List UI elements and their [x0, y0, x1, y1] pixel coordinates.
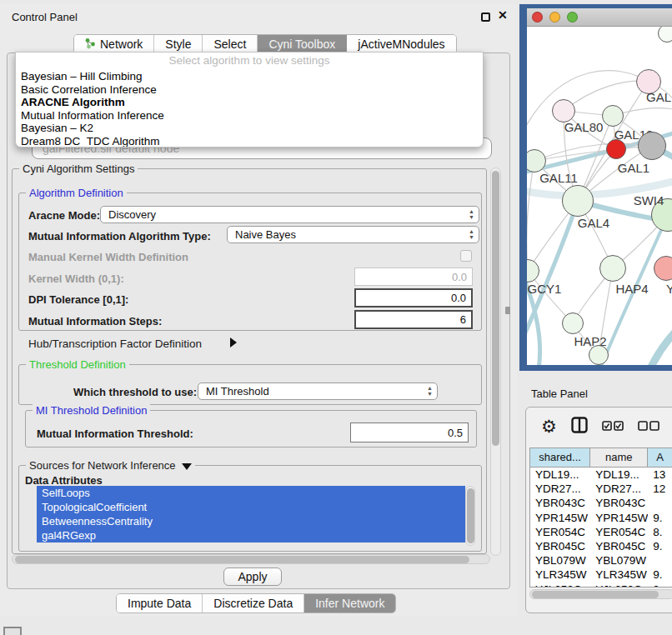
- manual-kernel-label: Manual Kernel Width Definition: [28, 251, 188, 263]
- node-unlabeled[interactable]: [658, 27, 672, 42]
- node-gal10[interactable]: [602, 105, 624, 127]
- table-cell: [648, 496, 672, 510]
- node-y[interactable]: [654, 256, 672, 281]
- gear-icon[interactable]: ⚙: [541, 418, 557, 435]
- kernel-width-label: Kernel Width (0,1):: [28, 272, 124, 285]
- expand-right-icon[interactable]: [230, 338, 237, 348]
- network-window-titlebar[interactable]: [527, 8, 672, 27]
- table-cell: YDR27...: [590, 482, 648, 496]
- table-row[interactable]: YER054CYER054C8.: [530, 525, 672, 539]
- node-table[interactable]: shared... name A YDL19...YDL19...13YDR27…: [529, 448, 672, 588]
- node-label: Y: [666, 282, 672, 296]
- select-all-checkboxes-icon[interactable]: [602, 419, 624, 434]
- stepper-icon: ▲▼: [469, 208, 474, 220]
- settings-vertical-scrollbar[interactable]: [490, 168, 501, 556]
- node-gal11[interactable]: [527, 149, 546, 172]
- node-hap2[interactable]: [562, 312, 584, 334]
- manual-kernel-checkbox[interactable]: [460, 250, 472, 262]
- mi-type-combobox[interactable]: Naive Bayes ▲▼: [227, 226, 479, 243]
- column-header-shared-name[interactable]: shared...: [530, 448, 590, 467]
- table-cell: 9.: [648, 568, 672, 582]
- node-label: HAP4: [615, 282, 648, 296]
- tab-select[interactable]: Select: [203, 35, 258, 53]
- data-attribute-item[interactable]: gal4RGexp: [37, 528, 465, 542]
- deselect-all-checkboxes-icon[interactable]: [638, 419, 659, 434]
- table-panel-toolbar: ⚙: [526, 408, 672, 446]
- node-unlabeled[interactable]: [638, 132, 666, 160]
- algorithm-dropdown-item[interactable]: Mutual Information Inference: [16, 109, 483, 122]
- node-label: GAL11: [539, 171, 578, 185]
- splitter-handle[interactable]: [505, 307, 510, 314]
- kernel-width-field[interactable]: 0.0: [354, 268, 473, 286]
- tab-infer-network[interactable]: Infer Network: [304, 594, 395, 612]
- node-hap4[interactable]: [599, 255, 626, 282]
- table-cell: YLR345W: [590, 568, 648, 582]
- attributes-scrollbar[interactable]: [465, 486, 475, 546]
- algorithm-dropdown-item[interactable]: Dream8 DC_TDC Algorithm: [16, 135, 483, 148]
- table-row[interactable]: YLR345WYLR345W9.: [530, 568, 672, 582]
- mi-steps-field[interactable]: 6: [354, 310, 473, 329]
- table-row[interactable]: YDL19...YDL19...13: [530, 468, 672, 482]
- apply-button[interactable]: Apply: [223, 568, 282, 586]
- close-panel-icon[interactable]: ✕: [498, 8, 508, 22]
- algorithm-dropdown-item[interactable]: Bayesian – Hill Climbing: [16, 70, 483, 83]
- node-gcy1[interactable]: [527, 259, 539, 282]
- minimized-panel-icon[interactable]: [3, 627, 22, 635]
- window-minimize-icon[interactable]: [549, 12, 560, 22]
- mi-threshold-label: Mutual Information Threshold:: [37, 428, 193, 440]
- node-gal80[interactable]: [552, 99, 575, 122]
- mi-threshold-field[interactable]: 0.5: [350, 422, 469, 442]
- data-attribute-item[interactable]: BetweennessCentrality: [37, 514, 465, 528]
- columns-icon[interactable]: [571, 417, 588, 437]
- collapse-down-icon[interactable]: [182, 463, 192, 470]
- network-canvas[interactable]: GALGAL80GAL10GAL1GAL11SWI4GAL4GCY1HAP4YH…: [527, 27, 672, 365]
- tab-discretize-data[interactable]: Discretize Data: [203, 594, 304, 612]
- algorithm-dropdown-item[interactable]: ARACNE Algorithm: [16, 96, 483, 109]
- algorithm-dropdown-item[interactable]: Basic Correlation Inference: [16, 83, 483, 97]
- table-row[interactable]: YDR27...YDR27...12: [530, 482, 672, 496]
- algorithm-definition-legend: Algorithm Definition: [26, 187, 127, 199]
- table-cell: 8.: [648, 525, 672, 539]
- table-cell: [648, 553, 672, 568]
- node-gal1[interactable]: [606, 139, 626, 159]
- aracne-mode-combobox[interactable]: Discovery ▲▼: [100, 206, 479, 223]
- table-row[interactable]: YBR043CYBR043C: [530, 496, 672, 510]
- tab-cyni-toolbox[interactable]: Cyni Toolbox: [258, 35, 347, 53]
- window-zoom-icon[interactable]: [567, 12, 578, 22]
- algorithm-dropdown-placeholder: Select algorithm to view settings: [16, 52, 483, 70]
- which-threshold-combobox[interactable]: MI Threshold ▲▼: [198, 382, 438, 400]
- node-gal4[interactable]: [562, 185, 594, 217]
- tab-network[interactable]: Network: [74, 35, 154, 53]
- algorithm-dropdown-item[interactable]: Bayesian – K2: [16, 122, 483, 135]
- node-unlabeled[interactable]: [589, 345, 609, 365]
- table-horizontal-scrollbar[interactable]: [529, 589, 672, 599]
- network-view-window: GALGAL80GAL10GAL1GAL11SWI4GAL4GCY1HAP4YH…: [519, 4, 672, 371]
- table-cell: YBL079W: [590, 553, 648, 568]
- tab-style[interactable]: Style: [154, 35, 203, 53]
- table-cell: YDL19...: [590, 468, 648, 482]
- algorithm-dropdown-list: Bayesian – Hill ClimbingBasic Correlatio…: [16, 70, 483, 148]
- dpi-tolerance-field[interactable]: 0.0: [354, 288, 473, 308]
- table-row[interactable]: YBR045CYBR045C9.: [530, 539, 672, 553]
- table-cell: YLR345W: [530, 568, 590, 582]
- data-attribute-item[interactable]: TopologicalCoefficient: [37, 500, 465, 514]
- tab-jactivemnodules[interactable]: jActiveMNodules: [347, 35, 455, 53]
- settings-horizontal-scrollbar[interactable]: [12, 554, 490, 564]
- tab-impute-data[interactable]: Impute Data: [117, 594, 203, 612]
- window-close-icon[interactable]: [532, 12, 543, 22]
- column-header-clipped[interactable]: A: [648, 448, 672, 467]
- node-label: GAL4: [578, 216, 609, 230]
- hub-definition-label[interactable]: Hub/Transcription Factor Definition: [28, 338, 202, 350]
- table-row[interactable]: YPR145WYPR145W9.: [530, 511, 672, 525]
- node-label: GAL80: [564, 120, 604, 134]
- table-cell: YBR043C: [590, 496, 648, 510]
- table-cell: 9.: [648, 539, 672, 553]
- table-cell: 9: [648, 582, 672, 588]
- table-row[interactable]: YBL079WYBL079W: [530, 553, 672, 568]
- float-panel-icon[interactable]: [481, 12, 490, 22]
- column-header-name[interactable]: name: [590, 448, 648, 467]
- data-attributes-list: SelfLoopsTopologicalCoefficientBetweenne…: [37, 486, 465, 546]
- data-attribute-item[interactable]: SelfLoops: [37, 486, 465, 500]
- table-row[interactable]: YJL052CYJL052C9: [530, 582, 672, 588]
- table-panel: ⚙: [525, 407, 672, 613]
